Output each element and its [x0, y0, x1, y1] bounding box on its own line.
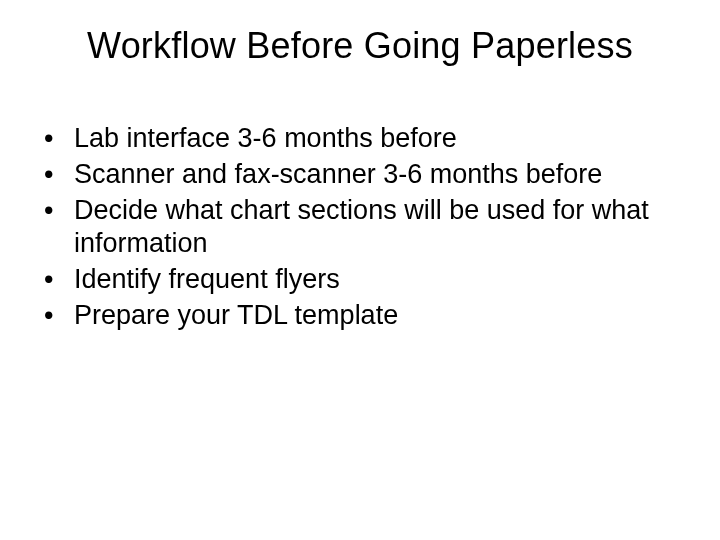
bullet-list: Lab interface 3-6 months before Scanner …: [36, 122, 684, 333]
list-item: Lab interface 3-6 months before: [40, 122, 684, 156]
list-item: Prepare your TDL template: [40, 299, 684, 333]
list-item: Scanner and fax-scanner 3-6 months befor…: [40, 158, 684, 192]
slide: Workflow Before Going Paperless Lab inte…: [0, 0, 720, 540]
list-item: Decide what chart sections will be used …: [40, 194, 684, 262]
slide-title: Workflow Before Going Paperless: [36, 24, 684, 67]
list-item: Identify frequent flyers: [40, 263, 684, 297]
